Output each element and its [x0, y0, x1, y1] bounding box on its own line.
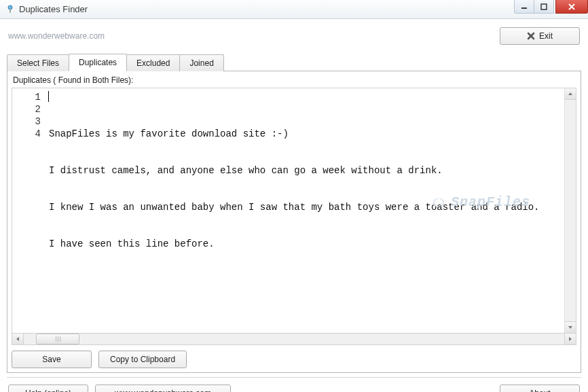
scroll-left-icon[interactable]: [12, 334, 24, 344]
close-x-icon: [527, 32, 535, 40]
editor-line: SnapFiles is my favorite download site :…: [49, 128, 564, 140]
close-button[interactable]: [555, 0, 588, 14]
text-editor[interactable]: 1234 SnapFiles is my favorite download s…: [12, 88, 576, 334]
minimize-icon: [521, 3, 528, 10]
svg-rect-1: [10, 9, 11, 13]
titlebar: Duplicates Finder: [0, 0, 588, 19]
svg-rect-2: [521, 7, 527, 9]
website-button[interactable]: www.wonderwebware.com: [95, 385, 231, 392]
scroll-right-icon[interactable]: [564, 334, 576, 344]
footer: Help (online) www.wonderwebware.com Abou…: [7, 377, 581, 392]
tab-bar: Select Files Duplicates Excluded Joined: [7, 53, 581, 71]
exit-button-label: Exit: [539, 31, 553, 41]
panel-label: Duplicates ( Found in Both Files):: [12, 74, 576, 88]
window-controls: [515, 0, 588, 14]
minimize-button[interactable]: [514, 0, 534, 14]
editor-line: I have seen this line before.: [49, 238, 564, 250]
scroll-thumb[interactable]: [36, 334, 79, 344]
svg-rect-3: [541, 4, 547, 10]
duplicates-panel: Duplicates ( Found in Both Files): 1234 …: [7, 71, 581, 373]
maximize-button[interactable]: [534, 0, 554, 14]
line-gutter: 1234: [12, 88, 46, 333]
tab-duplicates[interactable]: Duplicates: [69, 54, 127, 71]
app-icon: [5, 5, 15, 14]
maximize-icon: [540, 3, 547, 10]
help-button[interactable]: Help (online): [8, 385, 88, 392]
horizontal-scrollbar[interactable]: [12, 334, 576, 345]
scroll-down-icon[interactable]: [565, 321, 576, 333]
editor-line: I knew I was an unwanted baby when I saw…: [49, 201, 564, 213]
window-title: Duplicates Finder: [19, 4, 88, 14]
about-button[interactable]: About: [500, 385, 580, 392]
close-icon: [568, 3, 576, 10]
editor-content[interactable]: SnapFiles is my favorite download site :…: [46, 88, 564, 333]
text-cursor: [48, 91, 49, 102]
tab-excluded[interactable]: Excluded: [126, 54, 180, 71]
header-url: www.wonderwebware.com: [8, 31, 105, 41]
save-button[interactable]: Save: [12, 351, 92, 368]
tab-select-files[interactable]: Select Files: [7, 54, 69, 71]
copy-to-clipboard-button[interactable]: Copy to Clipboard: [98, 351, 187, 368]
vertical-scrollbar[interactable]: [564, 88, 576, 333]
tab-joined[interactable]: Joined: [179, 54, 223, 71]
scroll-up-icon[interactable]: [565, 88, 576, 100]
editor-line: I distrust camels, and anyone else who c…: [49, 164, 564, 177]
exit-button[interactable]: Exit: [500, 27, 580, 45]
